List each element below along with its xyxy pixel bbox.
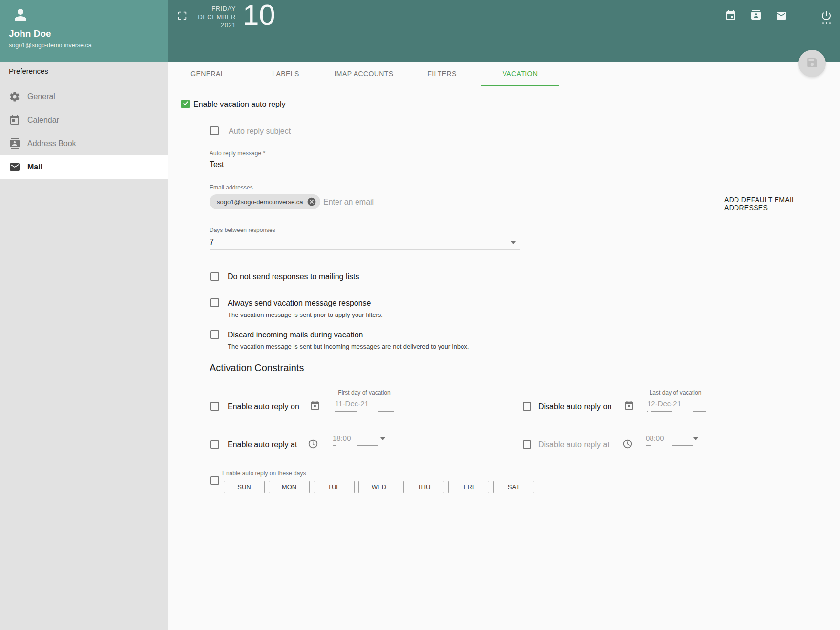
tab-labels[interactable]: LABELS: [247, 62, 325, 86]
sidebar-item-label: Address Book: [27, 139, 76, 148]
always-send-hint: The vacation message is sent prior to ap…: [228, 311, 383, 318]
days-between-select-value[interactable]: 7: [210, 238, 214, 247]
clock-icon: [622, 439, 633, 451]
no-mailing-lists-label: Do not send responses to mailing lists: [228, 272, 359, 281]
enable-on-checkbox[interactable]: [210, 402, 219, 411]
email-chip-text: sogo1@sogo-demo.inverse.ca: [217, 198, 303, 206]
add-default-email-button[interactable]: ADD DEFAULT EMAIL ADDRESSES: [724, 196, 828, 211]
current-date: FRIDAY DECEMBER 2021: [192, 4, 236, 29]
disable-at-select-value[interactable]: 08:00: [646, 434, 664, 442]
email-input[interactable]: Enter an email: [323, 197, 374, 207]
topbar: FRIDAY DECEMBER 2021 10: [168, 0, 840, 62]
enable-on-label: Enable auto reply on: [228, 402, 299, 411]
disable-on-label: Disable auto reply on: [538, 402, 611, 411]
logout-power-icon[interactable]: [820, 10, 832, 21]
preferences-tabs: GENERAL LABELS IMAP ACCOUNTS FILTERS VAC…: [168, 62, 840, 86]
discard-incoming-checkbox[interactable]: [210, 330, 219, 339]
enable-at-select-value[interactable]: 18:00: [333, 434, 351, 442]
always-send-label: Always send vacation message response: [228, 298, 371, 308]
first-day-underline: [335, 411, 394, 412]
enable-vacation-checkbox[interactable]: [181, 100, 190, 108]
activation-constraints-title: Activation Constraints: [210, 362, 304, 374]
ellipsis-dots-icon: [822, 22, 831, 24]
last-day-label: Last day of vacation: [645, 389, 706, 396]
tab-vacation[interactable]: VACATION: [481, 62, 559, 86]
subject-placeholder[interactable]: Auto reply subject: [229, 126, 291, 136]
day-button-sat[interactable]: SAT: [493, 481, 534, 493]
email-chip: sogo1@sogo-demo.inverse.ca: [210, 194, 320, 209]
tab-filters[interactable]: FILTERS: [403, 62, 481, 86]
active-tab-underline: [481, 85, 559, 86]
last-day-input[interactable]: 12-Dec-21: [647, 399, 681, 408]
check-icon: [182, 100, 189, 108]
clock-icon: [308, 439, 318, 451]
chevron-down-icon[interactable]: [511, 241, 516, 244]
day-button-sun[interactable]: SUN: [224, 481, 265, 493]
fullscreen-icon[interactable]: [177, 10, 188, 21]
sidebar-item-label: General: [27, 92, 55, 101]
mail-icon: [9, 161, 21, 173]
user-name: John Doe: [9, 28, 51, 39]
no-mailing-lists-checkbox[interactable]: [210, 272, 219, 281]
always-send-checkbox[interactable]: [210, 298, 219, 307]
days-between-label: Days between responses: [210, 227, 275, 233]
message-input[interactable]: Test: [210, 160, 224, 169]
disable-at-label: Disable auto reply at: [538, 440, 609, 449]
tab-imap-accounts[interactable]: IMAP ACCOUNTS: [325, 62, 403, 86]
avatar-icon: [12, 6, 29, 25]
message-label: Auto reply message *: [210, 150, 265, 157]
last-day-underline: [647, 411, 706, 412]
user-email: sogo1@sogo-demo.inverse.ca: [9, 42, 92, 49]
email-input-underline: [210, 214, 715, 214]
chip-remove-icon[interactable]: [307, 197, 316, 207]
date-day-number: 10: [243, 0, 275, 30]
discard-incoming-hint: The vacation message is sent but incomin…: [228, 343, 469, 350]
calendar-icon: [310, 400, 320, 413]
enable-days-checkbox[interactable]: [210, 476, 219, 485]
subject-checkbox[interactable]: [210, 126, 219, 135]
sidebar-user-header: John Doe sogo1@sogo-demo.inverse.ca: [0, 0, 168, 62]
enable-days-label: Enable auto reply on these days: [222, 470, 306, 477]
enable-at-label: Enable auto reply at: [228, 440, 297, 449]
calendar-icon: [624, 400, 634, 413]
date-year: 2021: [192, 21, 236, 29]
sidebar-item-mail[interactable]: Mail: [0, 155, 168, 179]
disable-at-underline: [646, 445, 703, 446]
day-button-wed[interactable]: WED: [358, 481, 399, 493]
date-month: DECEMBER: [192, 13, 236, 21]
day-button-thu[interactable]: THU: [403, 481, 444, 493]
mail-module-icon[interactable]: [776, 10, 787, 21]
weekday-buttons: SUN MON TUE WED THU FRI SAT: [224, 481, 534, 493]
gear-icon: [9, 91, 21, 103]
enable-at-checkbox[interactable]: [210, 440, 219, 449]
email-addresses-label: Email addresses: [210, 184, 253, 191]
disable-on-checkbox[interactable]: [523, 402, 531, 411]
contacts-icon: [9, 138, 21, 149]
sidebar-item-general[interactable]: General: [0, 85, 168, 108]
sidebar-item-address-book[interactable]: Address Book: [0, 132, 168, 155]
address-book-module-icon[interactable]: [750, 10, 762, 21]
day-button-fri[interactable]: FRI: [448, 481, 489, 493]
chevron-down-icon[interactable]: [693, 437, 698, 440]
days-between-underline: [210, 249, 520, 250]
day-button-mon[interactable]: MON: [269, 481, 310, 493]
discard-incoming-label: Discard incoming mails during vacation: [228, 330, 363, 339]
sidebar-item-calendar[interactable]: Calendar: [0, 108, 168, 132]
tab-general[interactable]: GENERAL: [168, 62, 247, 86]
disable-at-checkbox[interactable]: [523, 440, 531, 449]
subject-input-underline: [229, 139, 831, 139]
enable-vacation-label: Enable vacation auto reply: [193, 100, 286, 109]
first-day-input[interactable]: 11-Dec-21: [335, 399, 369, 408]
message-input-underline: [210, 172, 831, 172]
date-weekday: FRIDAY: [192, 4, 236, 13]
first-day-label: First day of vacation: [334, 389, 395, 396]
preferences-title: Preferences: [9, 67, 48, 75]
sidebar-item-label: Calendar: [27, 116, 59, 125]
calendar-module-icon[interactable]: [725, 10, 736, 21]
sogo-preferences-window: John Doe sogo1@sogo-demo.inverse.ca Pref…: [0, 0, 840, 630]
sidebar: John Doe sogo1@sogo-demo.inverse.ca Pref…: [0, 0, 168, 630]
sidebar-item-label: Mail: [27, 163, 42, 171]
chevron-down-icon[interactable]: [380, 437, 385, 440]
day-button-tue[interactable]: TUE: [314, 481, 355, 493]
calendar-icon: [9, 114, 21, 126]
